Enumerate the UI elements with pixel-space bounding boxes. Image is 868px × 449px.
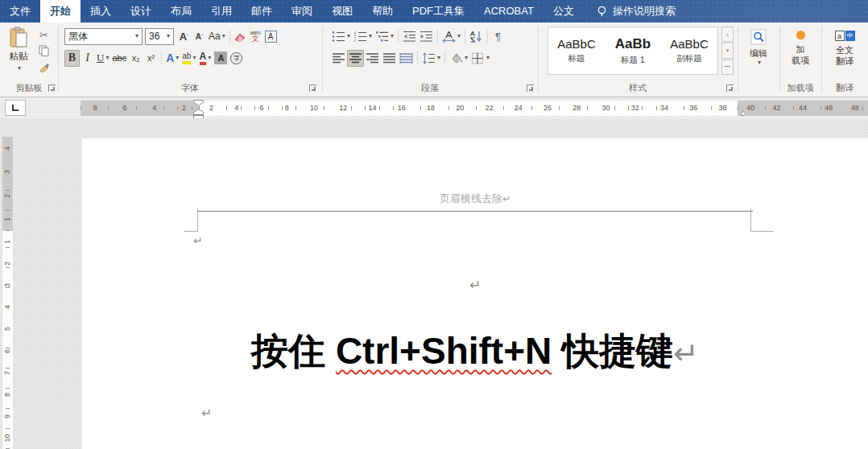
align-center-button[interactable] xyxy=(347,50,364,67)
tab-review[interactable]: 审阅 xyxy=(282,0,322,23)
document-page[interactable]: 页眉横线去除↵ ↵ ↵ 按住 Ctrl+Shift+N 快捷键↵ ↵ xyxy=(82,138,868,449)
show-hide-marks-button[interactable]: ¶ xyxy=(490,28,506,45)
paragraph-group-label: 段落 xyxy=(322,82,538,94)
tell-me-search[interactable]: 操作说明搜索 xyxy=(597,0,676,23)
change-case-button[interactable]: Aa▾ xyxy=(207,28,227,45)
sort-button[interactable] xyxy=(468,28,485,45)
translate-button[interactable]: a 中 全文 翻译 xyxy=(821,31,868,68)
tab-stop-selector[interactable] xyxy=(5,100,26,116)
shrink-font-button[interactable]: Aˇ xyxy=(192,28,207,45)
paragraph-dialog-launcher[interactable] xyxy=(527,84,534,92)
font-name-value: 黑体 xyxy=(68,30,88,43)
tab-mailings[interactable]: 邮件 xyxy=(242,0,282,23)
multilevel-list-button[interactable]: ▾ xyxy=(374,28,395,45)
font-size-combo[interactable]: 36 ▾ xyxy=(145,28,174,45)
strikethrough-button[interactable]: abc xyxy=(110,50,128,67)
tab-help[interactable]: 帮助 xyxy=(362,0,403,23)
tab-acrobat[interactable]: ACROBAT xyxy=(474,0,544,23)
bold-button[interactable]: B xyxy=(64,50,80,67)
ruler-number: 2 xyxy=(2,194,13,198)
borders-button[interactable]: ▾ xyxy=(469,50,491,67)
decrease-indent-icon xyxy=(403,31,416,43)
header-text[interactable]: 页眉横线去除↵ xyxy=(197,192,753,206)
tab-design[interactable]: 设计 xyxy=(121,0,161,23)
distribute-button[interactable] xyxy=(398,50,415,67)
line-spacing-button[interactable]: ▾ xyxy=(420,50,442,67)
ruler-number: 6 xyxy=(258,101,267,116)
style-item-title[interactable]: AaBbC 标题 xyxy=(548,27,605,74)
body-text-suffix: 快捷键 xyxy=(552,330,673,372)
styles-scroll-up-button[interactable]: ▲ xyxy=(721,27,734,42)
translate-label-line2: 翻译 xyxy=(836,56,854,66)
format-painter-button[interactable] xyxy=(36,60,52,74)
clipboard-dialog-launcher[interactable] xyxy=(48,84,56,92)
tab-insert[interactable]: 插入 xyxy=(81,0,121,23)
highlight-icon: ab xyxy=(182,52,191,64)
styles-more-button[interactable] xyxy=(721,60,734,75)
grow-font-button[interactable]: Aˆ xyxy=(176,28,192,45)
text-effects-button[interactable]: A▾ xyxy=(164,50,180,67)
search-label: 操作说明搜索 xyxy=(613,4,676,19)
clear-formatting-button[interactable] xyxy=(233,28,248,45)
tab-pdf-tools[interactable]: PDF工具集 xyxy=(403,0,474,23)
body-text-prefix: 按住 xyxy=(251,330,336,372)
tab-file[interactable]: 文件 xyxy=(0,0,40,23)
styles-dialog-launcher[interactable] xyxy=(726,84,734,92)
tab-home[interactable]: 开始 xyxy=(40,0,81,23)
align-right-button[interactable] xyxy=(364,50,381,67)
justify-button[interactable] xyxy=(381,50,398,67)
ruler-number: 26 xyxy=(541,101,554,116)
editing-button[interactable]: 编辑 ▾ xyxy=(738,29,779,66)
font-dialog-launcher[interactable] xyxy=(309,84,316,92)
paragraph-mark: ↵ xyxy=(193,234,203,247)
superscript-button[interactable]: x² xyxy=(143,50,159,67)
hanging-indent-marker[interactable] xyxy=(193,109,204,115)
ruler-number: 4 xyxy=(150,101,159,116)
font-name-combo[interactable]: 黑体 ▾ xyxy=(64,28,143,45)
ruler-number: 4 xyxy=(232,101,241,116)
character-border-button[interactable]: A xyxy=(263,28,279,45)
increase-indent-button[interactable] xyxy=(418,28,435,45)
align-left-button[interactable] xyxy=(330,50,347,67)
cut-button[interactable]: ✂ xyxy=(36,27,52,42)
font-group-label: 字体 xyxy=(58,82,322,94)
style-item-subtitle[interactable]: AaBbC 副标题 xyxy=(661,27,717,74)
tab-view[interactable]: 视图 xyxy=(322,0,362,23)
styles-scroll-down-button[interactable]: ▼ xyxy=(721,43,734,58)
sort-icon xyxy=(469,31,483,43)
tab-layout[interactable]: 布局 xyxy=(161,0,201,23)
first-line-indent-marker[interactable] xyxy=(193,100,204,106)
paste-button[interactable]: 粘贴 ▾ xyxy=(2,27,35,86)
font-color-button[interactable]: A▾ xyxy=(197,50,213,67)
text-highlight-button[interactable]: ab▾ xyxy=(180,50,197,67)
subscript-button[interactable]: x₂ xyxy=(128,50,143,67)
underline-button[interactable]: U▾ xyxy=(95,50,110,67)
asian-layout-button[interactable]: ▾ xyxy=(440,28,462,45)
copy-button[interactable] xyxy=(36,43,52,58)
eraser-icon xyxy=(234,31,246,42)
header-horizontal-line xyxy=(197,211,753,212)
body-text-line[interactable]: 按住 Ctrl+Shift+N 快捷键↵ xyxy=(149,326,801,378)
style-item-heading1[interactable]: AaBb 标题 1 xyxy=(605,27,661,74)
ruler-number: 24 xyxy=(512,101,525,116)
divider xyxy=(444,51,445,65)
addins-button[interactable]: 加 载项 xyxy=(779,31,821,67)
ruler-number: 8 xyxy=(91,101,100,116)
numbering-button[interactable]: ▾ xyxy=(352,28,374,45)
pilcrow-icon: ¶ xyxy=(495,31,501,43)
bullets-button[interactable]: ▾ xyxy=(330,28,352,45)
enclose-characters-button[interactable]: 字 xyxy=(229,50,244,67)
ruler-number: 2 xyxy=(180,101,188,116)
decrease-indent-button[interactable] xyxy=(401,28,418,45)
tab-gongwen[interactable]: 公文 xyxy=(544,0,584,23)
italic-button[interactable]: I xyxy=(80,50,95,67)
paste-dropdown-arrow[interactable]: ▾ xyxy=(18,65,21,72)
ruler-number: 8 xyxy=(283,101,291,116)
phonetic-guide-button[interactable]: wén 文 xyxy=(248,28,263,45)
shading-bucket-button[interactable]: ▾ xyxy=(448,50,469,67)
character-shading-button[interactable]: A xyxy=(213,50,229,67)
tab-references[interactable]: 引用 xyxy=(201,0,242,23)
ruler-number: 44 xyxy=(796,101,809,116)
addin-dot-icon xyxy=(796,31,805,39)
line-spacing-icon xyxy=(422,52,436,64)
